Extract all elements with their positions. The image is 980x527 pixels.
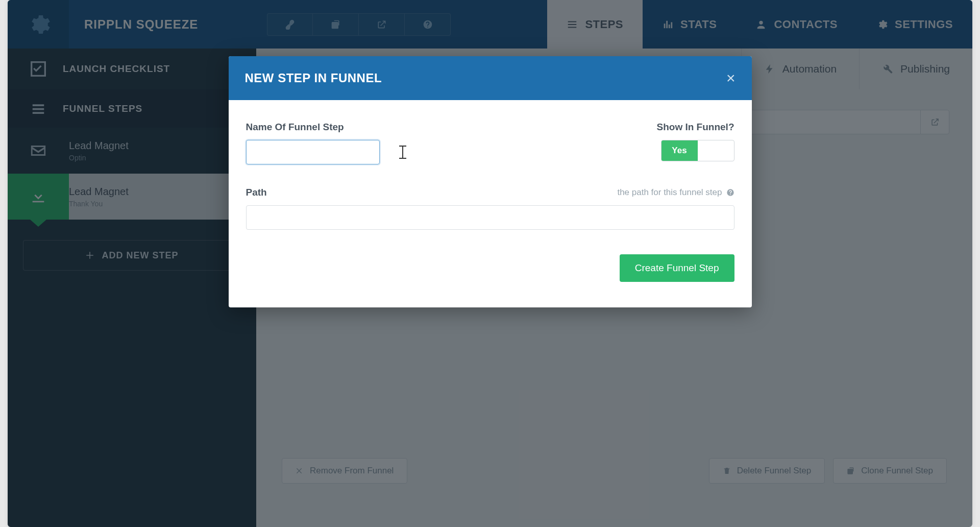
path-label: Path	[246, 187, 267, 198]
step-name-input[interactable]	[246, 140, 380, 164]
path-hint: the path for this funnel step	[617, 187, 734, 198]
create-funnel-step-button[interactable]: Create Funnel Step	[620, 254, 734, 282]
show-in-funnel-label: Show In Funnel?	[657, 122, 734, 133]
text-cursor-icon	[399, 146, 406, 159]
toggle-no	[698, 140, 734, 161]
show-in-funnel-toggle[interactable]: Yes	[661, 140, 734, 161]
name-label: Name Of Funnel Step	[246, 122, 601, 133]
path-input[interactable]	[246, 205, 734, 230]
toggle-yes: Yes	[662, 140, 698, 161]
modal-close-button[interactable]: ×	[726, 69, 736, 87]
path-hint-text: the path for this funnel step	[617, 187, 722, 198]
help-icon	[726, 188, 734, 197]
new-step-modal: NEW STEP IN FUNNEL × Name Of Funnel Step…	[229, 56, 752, 307]
modal-title: NEW STEP IN FUNNEL	[245, 71, 382, 85]
modal-overlay: NEW STEP IN FUNNEL × Name Of Funnel Step…	[8, 0, 972, 527]
